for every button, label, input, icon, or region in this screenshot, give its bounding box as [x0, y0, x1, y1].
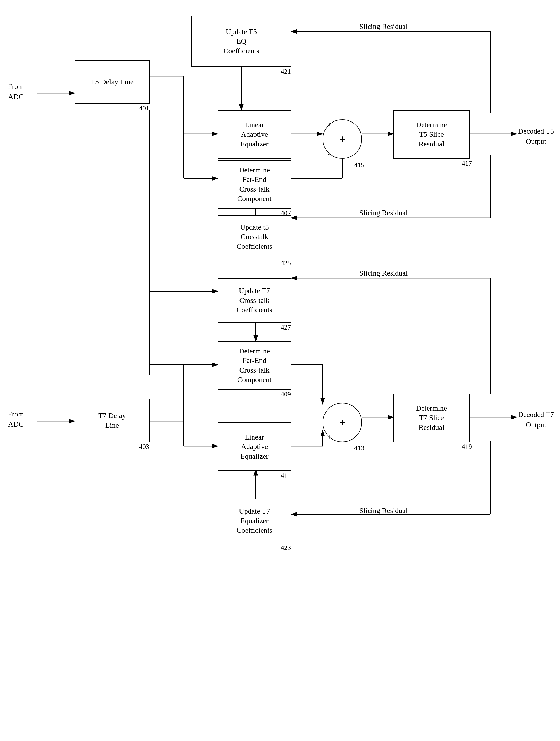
diagram: FromADC T5 Delay Line 401 Update T5EQCoe… — [0, 0, 560, 741]
linear-eq-t7-box: LinearAdaptiveEqualizer — [218, 422, 291, 471]
plus-415-label: + — [327, 121, 332, 129]
determine-t7-slice-box: DetermineT7 SliceResidual — [394, 394, 470, 442]
slicing-residual-1-label: Slicing Residual — [359, 22, 408, 31]
slicing-residual-3-label: Slicing Residual — [359, 269, 408, 277]
update-t7-crosstalk-box: Update T7Cross-talkCoefficients — [218, 278, 291, 323]
t5-delay-line-id: 401 — [139, 105, 149, 112]
sum-413-id: 413 — [354, 444, 364, 452]
plus-413-label: + — [327, 433, 332, 441]
update-t5-crosstalk-box: Update t5CrosstalkCoefficients — [218, 215, 291, 259]
linear-eq-t5-box: LinearAdaptiveEqualizer — [218, 110, 291, 159]
minus-415-label: - — [327, 149, 330, 158]
update-t7-crosstalk-id: 427 — [281, 324, 291, 331]
determine-t5-slice-id: 417 — [462, 159, 472, 167]
update-t5-eq-box: Update T5EQCoefficients — [192, 16, 291, 67]
update-t7-eq-box: Update T7EqualizerCoefficients — [218, 498, 291, 543]
update-t7-eq-id: 423 — [281, 544, 291, 552]
decoded-t5-label: Decoded T5Output — [518, 126, 554, 146]
minus-413-label: - — [327, 405, 330, 413]
t7-delay-line-id: 403 — [139, 443, 149, 451]
linear-eq-t7-id: 411 — [281, 472, 291, 480]
slicing-residual-2-label: Slicing Residual — [359, 209, 408, 217]
determine-t5-slice-box: DetermineT5 SliceResidual — [394, 110, 470, 159]
from-adc-top-label: FromADC — [8, 81, 24, 102]
determine-far-end-t7-id: 409 — [281, 391, 291, 398]
determine-far-end-t5-box: DetermineFar-EndCross-talkComponent — [218, 160, 291, 209]
decoded-t7-label: Decoded T7Output — [518, 409, 554, 430]
determine-t7-slice-id: 419 — [462, 443, 472, 451]
slicing-residual-4-label: Slicing Residual — [359, 507, 408, 515]
update-t5-eq-id: 421 — [281, 68, 291, 76]
t7-delay-line-box: T7 DelayLine — [75, 399, 149, 442]
sum-415-id: 415 — [354, 161, 364, 169]
update-t5-crosstalk-id: 425 — [281, 259, 291, 267]
determine-far-end-t7-box: DetermineFar-EndCross-talkComponent — [218, 341, 291, 390]
t5-delay-line-box: T5 Delay Line — [75, 60, 149, 104]
from-adc-bottom-label: FromADC — [8, 409, 24, 429]
